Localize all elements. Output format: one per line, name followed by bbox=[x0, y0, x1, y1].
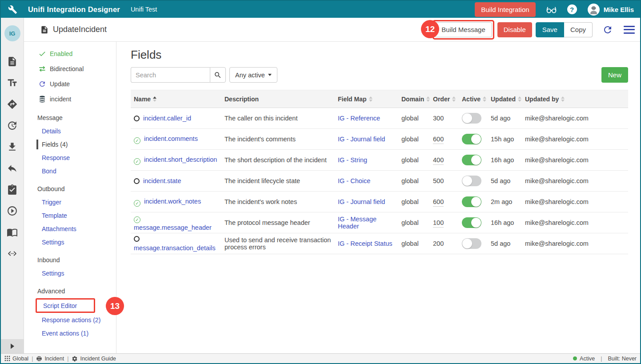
nav-item-incident[interactable]: incident bbox=[24, 92, 116, 107]
active-toggle[interactable] bbox=[462, 238, 481, 249]
app-window: Unifi Integration Designer Unifi Test Bu… bbox=[0, 0, 641, 364]
field-map-link[interactable]: IG - Journal field bbox=[338, 136, 385, 143]
active-toggle[interactable] bbox=[462, 113, 481, 124]
statusbar-left: Global|Incident|Incident Guide bbox=[4, 356, 116, 362]
nav-item-outbound-settings[interactable]: Settings bbox=[24, 236, 116, 249]
document-icon[interactable] bbox=[7, 56, 18, 67]
directions-icon[interactable] bbox=[7, 98, 18, 110]
nav-item-inbound-settings[interactable]: Settings bbox=[24, 267, 116, 280]
top-bar: Unifi Integration Designer Unifi Test Bu… bbox=[1, 1, 640, 18]
nav-item-fields[interactable]: Fields (4) bbox=[24, 138, 116, 151]
nav-section-inbound: Inbound bbox=[24, 253, 116, 267]
code-icon[interactable] bbox=[7, 248, 18, 259]
field-name-link[interactable]: incident.caller_id bbox=[143, 115, 191, 122]
copy-button[interactable]: Copy bbox=[564, 22, 593, 37]
column-header-updated_by[interactable]: Updated by bbox=[525, 96, 628, 103]
disable-button[interactable]: Disable bbox=[497, 22, 532, 37]
active-filter-dropdown[interactable]: Any active bbox=[229, 67, 277, 83]
nav-item-event-actions[interactable]: Event actions (1) bbox=[24, 327, 116, 340]
nav-item-trigger[interactable]: Trigger bbox=[24, 196, 116, 209]
table-row: ✓incident.short_descriptionThe short des… bbox=[131, 150, 628, 171]
statusbar-item-incident-guide[interactable]: Incident Guide bbox=[72, 356, 116, 362]
rail-expand-button[interactable] bbox=[1, 339, 24, 353]
field-order[interactable]: 600 bbox=[433, 198, 444, 207]
search-button[interactable] bbox=[210, 67, 226, 83]
column-header-field_map[interactable]: Field Map bbox=[338, 96, 401, 103]
field-order[interactable]: 600 bbox=[433, 136, 444, 144]
field-name-link[interactable]: incident.comments bbox=[144, 135, 198, 142]
active-toggle[interactable] bbox=[462, 134, 481, 144]
refresh-violet-icon bbox=[38, 80, 46, 88]
nav-item-bidirectional[interactable]: Bidirectional bbox=[24, 61, 116, 76]
download-icon[interactable] bbox=[7, 141, 18, 152]
statusbar-item-global[interactable]: Global bbox=[4, 356, 28, 362]
field-domain: global bbox=[401, 115, 433, 122]
table-row: ✓incident.work_notesThe incident's work … bbox=[131, 192, 628, 212]
field-map-link[interactable]: IG - Reference bbox=[338, 115, 380, 122]
field-description: The caller on this incident bbox=[224, 115, 338, 122]
column-header-name[interactable]: Name bbox=[131, 96, 224, 103]
save-button[interactable]: Save bbox=[536, 22, 564, 37]
active-toggle[interactable] bbox=[462, 155, 481, 165]
database-icon bbox=[38, 95, 46, 103]
field-map-link[interactable]: IG - Journal field bbox=[338, 198, 385, 205]
active-toggle[interactable] bbox=[462, 217, 481, 228]
search-input[interactable] bbox=[131, 67, 210, 83]
nav-item-details[interactable]: Details bbox=[24, 124, 116, 138]
column-header-active[interactable]: Active bbox=[462, 96, 491, 103]
field-map-link[interactable]: IG - Choice bbox=[338, 177, 370, 184]
field-updated: 16h ago bbox=[491, 156, 525, 164]
table-row: ✓message.message_headerThe protocol mess… bbox=[131, 212, 628, 233]
nav-item-attachments[interactable]: Attachments bbox=[24, 222, 116, 236]
field-name-link[interactable]: incident.state bbox=[143, 177, 181, 184]
field-updated: 5d ago bbox=[491, 240, 525, 247]
icon-rail: IG bbox=[1, 18, 24, 353]
reply-icon[interactable] bbox=[7, 162, 18, 174]
nav-item-bond[interactable]: Bond bbox=[24, 164, 116, 178]
text-format-icon[interactable] bbox=[7, 77, 18, 88]
play-circle-icon[interactable] bbox=[7, 205, 18, 216]
nav-item-response-actions[interactable]: Response actions (2) bbox=[24, 313, 116, 327]
active-toggle[interactable] bbox=[462, 176, 481, 186]
build-message-button[interactable]: Build Message bbox=[435, 22, 492, 37]
refresh-button[interactable] bbox=[601, 23, 615, 37]
active-toggle[interactable] bbox=[462, 196, 481, 207]
field-name-link[interactable]: message.message_header bbox=[134, 224, 212, 231]
glasses-icon[interactable] bbox=[545, 4, 557, 16]
field-name-link[interactable]: incident.work_notes bbox=[144, 198, 201, 205]
incident-icon bbox=[36, 356, 42, 362]
nav-item-update[interactable]: Update bbox=[24, 76, 116, 92]
field-map-link[interactable]: IG - Message Header bbox=[338, 216, 377, 230]
search-icon bbox=[214, 71, 222, 79]
nav-item-enabled[interactable]: Enabled bbox=[24, 46, 116, 61]
active-status-label: Active bbox=[580, 356, 595, 362]
field-order[interactable]: 100 bbox=[433, 219, 444, 228]
field-order: 300 bbox=[433, 115, 444, 122]
update-clock-icon[interactable] bbox=[7, 120, 18, 131]
build-integration-button[interactable]: Build Integration bbox=[475, 2, 535, 17]
new-button[interactable]: New bbox=[601, 67, 628, 83]
field-name-link[interactable]: incident.short_description bbox=[144, 156, 217, 163]
column-header-updated[interactable]: Updated bbox=[491, 96, 525, 103]
sort-carets-icon bbox=[483, 96, 486, 102]
nav-item-template[interactable]: Template bbox=[24, 209, 116, 222]
statusbar-item-incident[interactable]: Incident bbox=[36, 356, 64, 362]
task-check-icon[interactable] bbox=[7, 184, 18, 195]
field-map-link[interactable]: IG - Receipt Status bbox=[338, 240, 393, 247]
column-header-order[interactable]: Order bbox=[433, 96, 462, 103]
menu-icon[interactable] bbox=[624, 26, 635, 34]
field-updated: 5d ago bbox=[491, 177, 525, 184]
field-order[interactable]: 400 bbox=[433, 156, 444, 165]
user-avatar[interactable] bbox=[588, 4, 600, 16]
annotation-badge-13: 13 bbox=[106, 297, 124, 315]
integration-avatar[interactable]: IG bbox=[4, 25, 20, 41]
help-icon[interactable]: ? bbox=[567, 4, 577, 14]
field-map-link[interactable]: IG - String bbox=[338, 156, 367, 164]
book-icon[interactable] bbox=[7, 226, 18, 238]
field-domain: global bbox=[401, 177, 433, 184]
nav-item-response[interactable]: Response bbox=[24, 151, 116, 164]
nav-item-script-editor[interactable]: Script Editor bbox=[36, 298, 95, 313]
column-header-domain[interactable]: Domain bbox=[401, 96, 433, 103]
field-name-link[interactable]: message.transaction_details bbox=[134, 244, 216, 252]
sort-carets-icon bbox=[153, 96, 156, 102]
